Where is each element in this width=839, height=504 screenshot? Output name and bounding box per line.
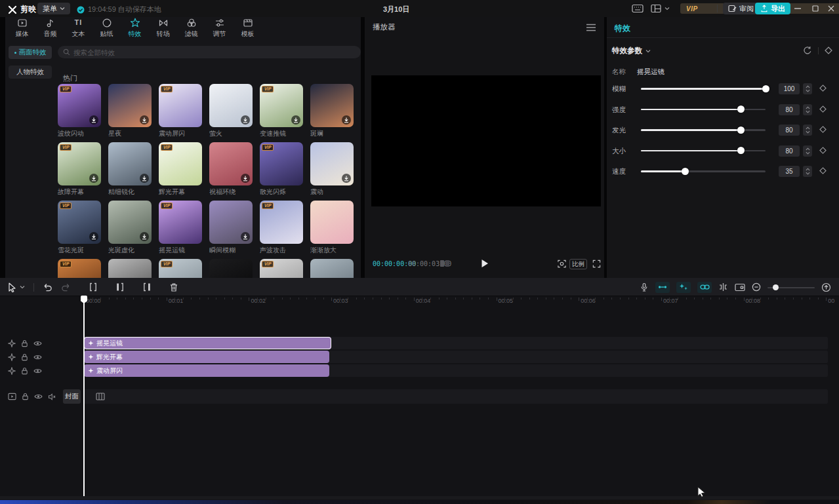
param-value[interactable]: 80 xyxy=(779,104,800,115)
step-up-icon[interactable] xyxy=(806,106,810,109)
effect-params-header[interactable]: 特效参数 xyxy=(612,46,651,56)
param-keyframe-icon[interactable] xyxy=(819,126,827,133)
effect-card[interactable] xyxy=(108,259,152,278)
effect-thumbnail[interactable]: VIP xyxy=(58,142,101,185)
chevron-down-icon[interactable] xyxy=(20,285,25,289)
timeline-ruler[interactable]: 00:0000:0100:0200:0300:0400:0500:0600:07… xyxy=(0,296,839,307)
effect-card[interactable]: VIP雪花光斑 xyxy=(58,201,101,255)
effect-clip[interactable]: 摇晃运镜 xyxy=(84,337,331,349)
step-down-icon[interactable] xyxy=(806,89,810,92)
download-icon[interactable] xyxy=(241,115,250,125)
search-box[interactable] xyxy=(58,46,361,58)
lock-icon[interactable] xyxy=(21,367,28,375)
effect-card[interactable] xyxy=(310,259,354,278)
effect-card[interactable]: VIP震动屏闪 xyxy=(159,84,202,138)
param-value[interactable]: 35 xyxy=(779,166,800,177)
tab-media[interactable]: 媒体 xyxy=(8,17,36,39)
effect-thumbnail[interactable] xyxy=(310,84,354,127)
split-icon[interactable] xyxy=(89,282,98,292)
tab-text[interactable]: TI 文本 xyxy=(64,17,92,39)
param-stepper[interactable] xyxy=(803,125,812,136)
linkage-toggle[interactable] xyxy=(697,282,712,293)
effect-card[interactable]: 光斑虚化 xyxy=(108,201,152,255)
horizontal-scrollbar[interactable] xyxy=(0,496,839,499)
record-voiceover-icon[interactable] xyxy=(640,282,649,292)
focus-frame-icon[interactable] xyxy=(557,259,567,269)
lock-icon[interactable] xyxy=(22,393,29,400)
reset-icon[interactable] xyxy=(803,46,812,55)
effect-thumbnail[interactable]: VIP xyxy=(58,259,101,278)
param-slider[interactable] xyxy=(641,82,766,95)
video-preview[interactable] xyxy=(371,75,601,206)
trim-left-icon[interactable] xyxy=(115,282,125,292)
effect-clip[interactable]: 辉光开幕 xyxy=(84,351,329,363)
effect-thumbnail[interactable] xyxy=(108,84,152,127)
download-icon[interactable] xyxy=(241,174,250,183)
trim-right-icon[interactable] xyxy=(142,282,152,292)
timeline-options-icon[interactable] xyxy=(735,283,745,292)
download-icon[interactable] xyxy=(342,115,351,125)
effect-thumbnail[interactable]: VIP xyxy=(159,201,202,244)
maximize-button[interactable] xyxy=(812,5,819,12)
effect-card[interactable]: 祝福环绕 xyxy=(209,142,253,197)
aspect-ratio-button[interactable]: 比例 xyxy=(569,259,587,269)
effect-thumbnail[interactable] xyxy=(209,142,253,185)
lock-icon[interactable] xyxy=(21,339,28,347)
keyboard-icon[interactable] xyxy=(632,4,644,13)
slider-knob[interactable] xyxy=(682,168,689,175)
effect-thumbnail[interactable]: VIP xyxy=(260,84,303,127)
effect-card[interactable]: VIP变速推镜 xyxy=(260,84,303,138)
visibility-eye-icon[interactable] xyxy=(33,354,42,360)
category-scene-effects[interactable]: 画面特效 xyxy=(9,46,52,59)
tab-adjust[interactable]: 调节 xyxy=(205,17,234,39)
param-value[interactable]: 80 xyxy=(779,145,800,157)
download-icon[interactable] xyxy=(89,115,98,125)
fullscreen-icon[interactable] xyxy=(592,259,602,269)
param-stepper[interactable] xyxy=(803,104,812,115)
download-icon[interactable] xyxy=(140,174,149,183)
effect-thumbnail[interactable] xyxy=(209,201,253,244)
filmstrip-icon[interactable] xyxy=(96,393,105,400)
param-stepper[interactable] xyxy=(803,83,812,94)
track-magnet-toggle[interactable] xyxy=(655,282,670,293)
effect-thumbnail[interactable]: VIP xyxy=(58,84,101,127)
effect-track-icon[interactable] xyxy=(8,339,16,347)
effect-thumbnail[interactable] xyxy=(310,259,354,278)
effect-card[interactable] xyxy=(209,259,253,278)
effect-card[interactable]: 星夜 xyxy=(108,84,152,138)
slider-knob[interactable] xyxy=(737,106,745,113)
param-keyframe-icon[interactable] xyxy=(819,167,827,174)
effect-thumbnail[interactable]: VIP xyxy=(260,201,303,244)
effect-track-icon[interactable] xyxy=(8,367,16,375)
param-keyframe-icon[interactable] xyxy=(819,106,827,113)
visibility-eye-icon[interactable] xyxy=(33,340,42,347)
param-value[interactable]: 80 xyxy=(779,125,800,136)
tab-sticker[interactable]: 贴纸 xyxy=(92,17,121,39)
visibility-eye-icon[interactable] xyxy=(34,393,43,400)
effect-thumbnail[interactable] xyxy=(108,142,152,185)
param-value[interactable]: 100 xyxy=(779,83,800,94)
tab-audio[interactable]: 音频 xyxy=(36,17,64,39)
download-icon[interactable] xyxy=(89,174,98,183)
timeline-zoom-slider[interactable] xyxy=(767,284,815,290)
download-icon[interactable] xyxy=(342,174,351,183)
effect-thumbnail[interactable]: VIP xyxy=(58,201,101,244)
param-slider[interactable] xyxy=(641,103,766,116)
effect-thumbnail[interactable]: VIP xyxy=(260,142,303,185)
effect-card[interactable]: 萤火 xyxy=(209,84,253,138)
effect-thumbnail[interactable] xyxy=(108,259,152,278)
effect-card[interactable]: VIP辉光开幕 xyxy=(159,142,202,197)
main-video-track[interactable] xyxy=(84,389,828,404)
mute-speaker-icon[interactable] xyxy=(48,393,56,400)
tab-effects[interactable]: 特效 xyxy=(121,17,149,39)
effect-thumbnail[interactable] xyxy=(209,259,253,278)
play-button[interactable] xyxy=(481,259,489,268)
slider-knob[interactable] xyxy=(737,147,745,154)
param-slider[interactable] xyxy=(641,123,766,136)
fit-timeline-icon[interactable] xyxy=(821,282,831,292)
param-slider[interactable] xyxy=(641,144,766,157)
effect-thumbnail[interactable]: VIP xyxy=(159,259,202,278)
step-up-icon[interactable] xyxy=(806,168,810,171)
close-button[interactable] xyxy=(828,5,834,12)
effect-card[interactable]: VIP声波攻击 xyxy=(260,201,303,255)
